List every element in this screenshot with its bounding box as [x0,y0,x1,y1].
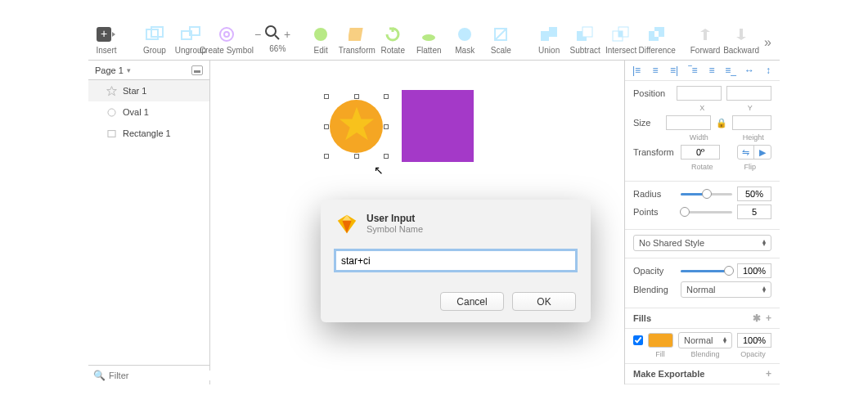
filter-input[interactable] [109,371,222,380]
radius-label: Radius [633,189,676,199]
union-icon [539,25,559,44]
layers-panel: Page 1 ▾ Star 1 Oval 1 Rectangle 1 [88,61,210,384]
toolbar-union[interactable]: Union [536,25,562,55]
points-value[interactable] [737,204,771,219]
rotate-input[interactable] [681,145,720,160]
radius-value[interactable] [737,187,771,201]
toolbar-forward[interactable]: Forward [692,25,718,55]
flip-horizontal-button[interactable]: ⇋ [738,146,754,159]
transform-label: Transform [633,147,676,157]
distribute-v-icon[interactable]: ↕ [762,64,775,77]
toolbar-scale[interactable]: Scale [488,25,514,55]
position-x-input[interactable] [677,86,722,101]
layer-item-oval[interactable]: Oval 1 [88,101,209,123]
page-selector[interactable]: Page 1 ▾ [88,61,209,80]
cursor-icon: ↖ [374,164,384,177]
shared-style-dropdown[interactable]: No Shared Style ▴▾ [633,235,771,251]
svg-rect-19 [618,31,623,37]
plus-icon[interactable]: + [766,368,771,380]
distribute-h-icon[interactable]: ↔ [743,64,756,77]
flip-vertical-button[interactable]: ▶ [754,146,771,159]
align-left-icon[interactable]: |≡ [630,64,643,77]
width-input[interactable] [666,115,711,130]
rotate-icon [383,25,403,44]
toolbar-intersect[interactable]: Intersect [608,25,634,55]
subtract-icon [575,25,595,44]
svg-point-7 [224,32,229,37]
fill-swatch[interactable] [648,333,673,348]
svg-rect-16 [582,27,592,37]
radius-slider[interactable] [681,189,732,199]
toolbar-subtract[interactable]: Subtract [572,25,598,55]
align-bar: |≡ ≡ ≡| ‾≡ ≡ ≡_ ↔ ↕ [625,61,780,81]
align-center-icon[interactable]: ≡ [649,64,662,77]
zoom-out-button[interactable]: − [254,28,261,41]
align-top-icon[interactable]: ‾≡ [686,64,699,77]
zoom-in-button[interactable]: + [284,28,290,41]
opacity-value[interactable] [737,263,771,278]
points-slider[interactable] [681,207,732,217]
toolbar-overflow-button[interactable]: » [764,35,775,50]
edit-icon [311,25,331,44]
symbol-icon [217,25,236,44]
fill-opacity-input[interactable] [737,333,771,348]
svg-point-24 [108,108,115,115]
search-icon: 🔍 [93,370,106,381]
points-label: Points [633,207,676,217]
rect-icon [106,128,117,139]
user-input-dialog: User Input Symbol Name Cancel OK [321,200,591,322]
toolbar-difference[interactable]: Difference [644,25,670,55]
selection-handles[interactable] [326,97,386,156]
layer-label: Oval 1 [123,107,149,117]
symbol-name-input[interactable] [335,250,576,271]
layer-item-rectangle[interactable]: Rectangle 1 [88,123,209,144]
toolbar-flatten[interactable]: Flatten [416,25,442,55]
fills-header: Fills ✱+ [625,308,780,329]
canvas-rectangle[interactable] [402,90,474,162]
sketch-app-icon [335,213,358,236]
align-middle-icon[interactable]: ≡ [705,64,718,77]
size-label: Size [633,118,661,128]
toolbar-group[interactable]: Group [142,25,168,55]
cancel-button[interactable]: Cancel [440,292,504,311]
gear-icon[interactable]: ✱ [753,312,761,324]
toolbar: + Insert Group Ungroup Create Symbol − +… [88,25,780,60]
toolbar-create-symbol[interactable]: Create Symbol [214,25,240,55]
lock-icon[interactable]: 🔒 [716,118,727,128]
mask-icon [455,25,474,44]
position-label: Position [633,88,672,98]
magnifier-icon[interactable] [264,25,281,44]
fill-blend-dropdown[interactable]: Normal▴▾ [678,332,732,348]
make-exportable[interactable]: Make Exportable + [625,363,780,384]
toolbar-rotate[interactable]: Rotate [380,25,406,55]
svg-point-10 [314,28,327,41]
align-bottom-icon[interactable]: ≡_ [724,64,737,77]
plus-icon[interactable]: + [766,312,771,324]
toolbar-backward[interactable]: Backward [728,25,754,55]
toolbar-label: Insert [96,46,116,55]
svg-point-8 [266,26,276,36]
flip-controls: ⇋ ▶ [737,145,771,160]
zoom-label: 66% [269,44,286,53]
ok-button[interactable]: OK [512,292,576,311]
svg-rect-25 [108,130,115,137]
layer-item-star[interactable]: Star 1 [88,80,209,101]
toolbar-mask[interactable]: Mask [452,25,478,55]
updown-icon: ▴▾ [762,240,766,246]
toolbar-transform[interactable]: Transform [344,25,370,55]
zoom-control: − + [254,25,290,44]
canvas[interactable]: ↖ User Input Symbol Name Cancel OK [210,61,624,384]
align-right-icon[interactable]: ≡| [668,64,681,77]
flatten-icon [419,25,438,44]
blending-dropdown[interactable]: Normal ▴▾ [681,281,771,298]
collapse-icon[interactable] [191,65,203,75]
toolbar-edit[interactable]: Edit [308,25,334,55]
svg-rect-22 [654,31,659,37]
fill-enabled-checkbox[interactable] [633,335,643,345]
opacity-slider[interactable] [681,266,732,276]
inspector-panel: |≡ ≡ ≡| ‾≡ ≡ ≡_ ↔ ↕ Position XY Size [624,61,780,384]
position-y-input[interactable] [726,86,771,101]
toolbar-insert[interactable]: + Insert [93,25,119,55]
forward-icon [695,25,715,44]
height-input[interactable] [732,115,771,130]
